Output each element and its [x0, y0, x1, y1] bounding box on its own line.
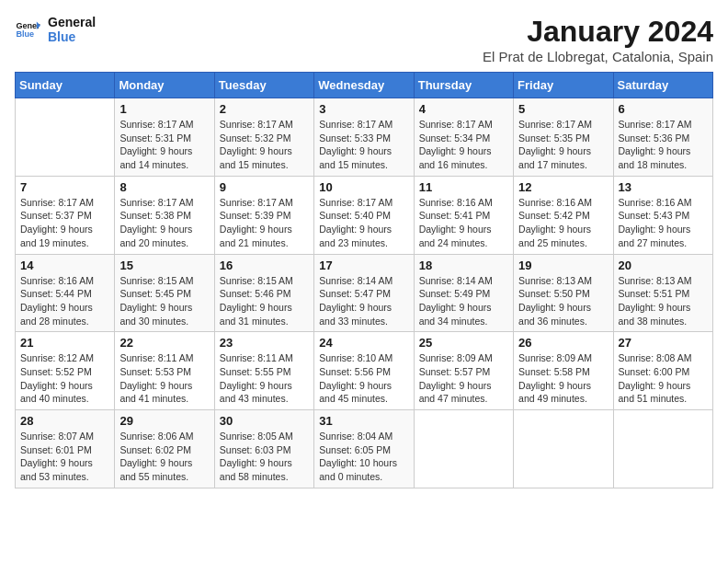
day-number: 29: [119, 414, 209, 428]
logo-general: General: [48, 15, 96, 29]
page-header: General Blue General Blue January 2024 E…: [15, 15, 713, 64]
day-detail: Sunrise: 8:07 AMSunset: 6:01 PMDaylight:…: [20, 430, 109, 484]
weekday-header-row: SundayMondayTuesdayWednesdayThursdayFrid…: [16, 73, 713, 98]
day-number: 14: [20, 259, 109, 272]
day-detail: Sunrise: 8:17 AMSunset: 5:38 PMDaylight:…: [119, 196, 209, 250]
day-number: 21: [20, 336, 109, 350]
logo-icon: General Blue: [15, 17, 40, 42]
day-detail: Sunrise: 8:05 AMSunset: 6:03 PMDaylight:…: [220, 430, 309, 484]
calendar-cell: [514, 410, 613, 488]
calendar-cell: 30Sunrise: 8:05 AMSunset: 6:03 PMDayligh…: [214, 410, 313, 488]
day-detail: Sunrise: 8:11 AMSunset: 5:53 PMDaylight:…: [119, 351, 209, 406]
day-detail: Sunrise: 8:17 AMSunset: 5:35 PMDaylight:…: [518, 118, 608, 172]
calendar-week-row: 7Sunrise: 8:17 AMSunset: 5:37 PMDaylight…: [16, 176, 713, 254]
day-number: 17: [319, 259, 408, 272]
day-number: 19: [518, 259, 608, 272]
day-number: 1: [119, 102, 209, 116]
day-detail: Sunrise: 8:06 AMSunset: 6:02 PMDaylight:…: [119, 430, 209, 484]
day-detail: Sunrise: 8:17 AMSunset: 5:34 PMDaylight:…: [419, 118, 508, 172]
calendar-cell: 21Sunrise: 8:12 AMSunset: 5:52 PMDayligh…: [16, 332, 115, 410]
calendar-cell: 2Sunrise: 8:17 AMSunset: 5:32 PMDaylight…: [214, 98, 313, 177]
day-number: 6: [619, 102, 708, 116]
day-number: 30: [220, 414, 309, 428]
day-detail: Sunrise: 8:17 AMSunset: 5:39 PMDaylight:…: [220, 196, 309, 250]
day-detail: Sunrise: 8:17 AMSunset: 5:40 PMDaylight:…: [319, 196, 408, 250]
day-number: 3: [319, 102, 408, 116]
day-detail: Sunrise: 8:08 AMSunset: 6:00 PMDaylight:…: [619, 351, 708, 406]
calendar-cell: 7Sunrise: 8:17 AMSunset: 5:37 PMDaylight…: [16, 176, 115, 254]
day-number: 11: [419, 180, 508, 194]
title-block: January 2024 El Prat de Llobregat, Catal…: [483, 15, 713, 64]
day-number: 26: [518, 336, 608, 350]
day-number: 23: [220, 336, 309, 350]
day-detail: Sunrise: 8:17 AMSunset: 5:33 PMDaylight:…: [319, 118, 408, 172]
calendar-cell: 26Sunrise: 8:09 AMSunset: 5:58 PMDayligh…: [514, 332, 613, 410]
calendar-cell: 18Sunrise: 8:14 AMSunset: 5:49 PMDayligh…: [414, 254, 513, 332]
day-number: 8: [119, 180, 209, 194]
day-detail: Sunrise: 8:17 AMSunset: 5:37 PMDaylight:…: [20, 196, 109, 250]
day-detail: Sunrise: 8:16 AMSunset: 5:41 PMDaylight:…: [419, 196, 508, 250]
day-number: 12: [518, 180, 608, 194]
day-detail: Sunrise: 8:04 AMSunset: 6:05 PMDaylight:…: [319, 430, 408, 484]
day-detail: Sunrise: 8:09 AMSunset: 5:57 PMDaylight:…: [419, 351, 508, 406]
calendar-week-row: 28Sunrise: 8:07 AMSunset: 6:01 PMDayligh…: [16, 410, 713, 488]
day-detail: Sunrise: 8:13 AMSunset: 5:51 PMDaylight:…: [619, 274, 708, 328]
day-number: 20: [619, 259, 708, 272]
calendar-cell: 6Sunrise: 8:17 AMSunset: 5:36 PMDaylight…: [613, 98, 712, 177]
day-number: 16: [220, 259, 309, 272]
day-number: 22: [119, 336, 209, 350]
weekday-header: Wednesday: [314, 73, 414, 98]
weekday-header: Tuesday: [214, 73, 313, 98]
weekday-header: Monday: [115, 73, 214, 98]
weekday-header: Friday: [514, 73, 613, 98]
calendar-cell: 16Sunrise: 8:15 AMSunset: 5:46 PMDayligh…: [214, 254, 313, 332]
day-detail: Sunrise: 8:14 AMSunset: 5:49 PMDaylight:…: [419, 274, 508, 328]
calendar-cell: 9Sunrise: 8:17 AMSunset: 5:39 PMDaylight…: [214, 176, 313, 254]
day-detail: Sunrise: 8:16 AMSunset: 5:44 PMDaylight:…: [20, 274, 109, 328]
calendar-cell: 27Sunrise: 8:08 AMSunset: 6:00 PMDayligh…: [613, 332, 712, 410]
calendar-cell: 31Sunrise: 8:04 AMSunset: 6:05 PMDayligh…: [314, 410, 414, 488]
day-number: 27: [619, 336, 708, 350]
calendar-cell: 19Sunrise: 8:13 AMSunset: 5:50 PMDayligh…: [514, 254, 613, 332]
day-detail: Sunrise: 8:10 AMSunset: 5:56 PMDaylight:…: [319, 351, 408, 406]
svg-text:Blue: Blue: [16, 29, 34, 39]
day-number: 5: [518, 102, 608, 116]
calendar-cell: 11Sunrise: 8:16 AMSunset: 5:41 PMDayligh…: [414, 176, 513, 254]
day-number: 13: [619, 180, 708, 194]
calendar-cell: [613, 410, 712, 488]
day-detail: Sunrise: 8:15 AMSunset: 5:45 PMDaylight:…: [119, 274, 209, 328]
calendar-table: SundayMondayTuesdayWednesdayThursdayFrid…: [15, 72, 713, 488]
calendar-cell: 25Sunrise: 8:09 AMSunset: 5:57 PMDayligh…: [414, 332, 513, 410]
weekday-header: Thursday: [414, 73, 513, 98]
day-number: 2: [220, 102, 309, 116]
logo-blue: Blue: [48, 29, 96, 44]
weekday-header: Sunday: [16, 73, 115, 98]
calendar-week-row: 21Sunrise: 8:12 AMSunset: 5:52 PMDayligh…: [16, 332, 713, 410]
day-detail: Sunrise: 8:17 AMSunset: 5:36 PMDaylight:…: [619, 118, 708, 172]
day-number: 18: [419, 259, 508, 272]
calendar-cell: 10Sunrise: 8:17 AMSunset: 5:40 PMDayligh…: [314, 176, 414, 254]
calendar-cell: 17Sunrise: 8:14 AMSunset: 5:47 PMDayligh…: [314, 254, 414, 332]
calendar-cell: 29Sunrise: 8:06 AMSunset: 6:02 PMDayligh…: [115, 410, 214, 488]
day-detail: Sunrise: 8:16 AMSunset: 5:43 PMDaylight:…: [619, 196, 708, 250]
day-number: 31: [319, 414, 408, 428]
day-detail: Sunrise: 8:15 AMSunset: 5:46 PMDaylight:…: [220, 274, 309, 328]
day-number: 24: [319, 336, 408, 350]
calendar-cell: 28Sunrise: 8:07 AMSunset: 6:01 PMDayligh…: [16, 410, 115, 488]
day-number: 28: [20, 414, 109, 428]
calendar-cell: 1Sunrise: 8:17 AMSunset: 5:31 PMDaylight…: [115, 98, 214, 177]
calendar-week-row: 1Sunrise: 8:17 AMSunset: 5:31 PMDaylight…: [16, 98, 713, 177]
weekday-header: Saturday: [613, 73, 712, 98]
calendar-cell: 5Sunrise: 8:17 AMSunset: 5:35 PMDaylight…: [514, 98, 613, 177]
calendar-cell: [16, 98, 115, 177]
calendar-cell: 14Sunrise: 8:16 AMSunset: 5:44 PMDayligh…: [16, 254, 115, 332]
calendar-week-row: 14Sunrise: 8:16 AMSunset: 5:44 PMDayligh…: [16, 254, 713, 332]
calendar-title: January 2024: [483, 15, 713, 49]
calendar-cell: 20Sunrise: 8:13 AMSunset: 5:51 PMDayligh…: [613, 254, 712, 332]
calendar-subtitle: El Prat de Llobregat, Catalonia, Spain: [483, 49, 713, 64]
day-number: 10: [319, 180, 408, 194]
calendar-cell: 3Sunrise: 8:17 AMSunset: 5:33 PMDaylight…: [314, 98, 414, 177]
calendar-cell: 24Sunrise: 8:10 AMSunset: 5:56 PMDayligh…: [314, 332, 414, 410]
day-number: 9: [220, 180, 309, 194]
day-detail: Sunrise: 8:09 AMSunset: 5:58 PMDaylight:…: [518, 351, 608, 406]
